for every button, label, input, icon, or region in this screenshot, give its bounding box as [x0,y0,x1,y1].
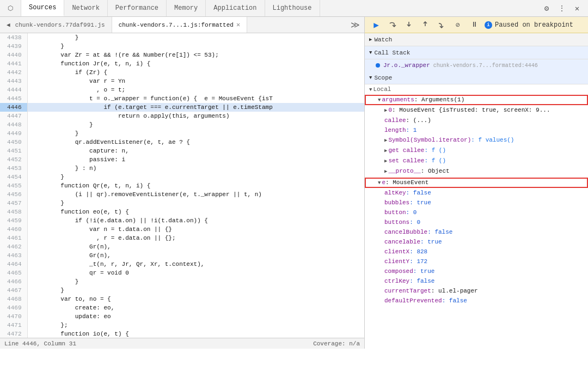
callstack-header[interactable]: Call Stack [365,46,588,59]
code-line-4470[interactable]: 4470 update: eo [0,312,364,321]
code-line-4446[interactable]: 4446 if (e.target === e.currentTarget ||… [0,103,364,112]
code-text: Gr(n), [27,242,364,251]
code-text: , o = t; [27,86,364,94]
scope-clientx[interactable]: clientX : 828 [365,247,588,257]
code-text: } [27,129,364,138]
step-out-btn[interactable] [419,19,431,31]
code-line-4448[interactable]: 4448 } [0,120,364,129]
code-line-4461[interactable]: 4461 , r = e.data.on || {}; [0,234,364,242]
close-devtools-icon[interactable]: ✕ [572,3,583,14]
scope-set-callee[interactable]: ▶ set callee : f () [365,156,588,166]
scope-cancelable[interactable]: cancelable : true [365,237,588,247]
file-tab-2[interactable]: chunk-vendors.7...1.js:formatted ✕ [112,17,247,33]
code-line-4463[interactable]: 4463 Gr(n), [0,251,364,260]
code-line-4459[interactable]: 4459 if (!i(e.data.on) || !i(t.data.on))… [0,216,364,225]
pause-btn[interactable]: ⏸ [468,19,480,31]
line-number: 4438 [0,33,27,42]
code-line-4449[interactable]: 4449 } [0,129,364,138]
code-line-4451[interactable]: 4451 capture: n, [0,147,364,155]
code-text: create: eo, [27,303,364,312]
line-number: 4453 [0,164,27,173]
scope-length[interactable]: length : 1 [365,125,588,135]
code-line-4450[interactable]: 4450 qr.addEventListener(e, t, ae ? { [0,138,364,147]
code-line-4439[interactable]: 4439 } [0,42,364,51]
code-line-4442[interactable]: 4442 if (Zr) { [0,68,364,77]
scope-get-callee[interactable]: ▶ get callee : f () [365,145,588,156]
scope-header[interactable]: Scope [365,71,588,84]
settings-icon[interactable]: ⚙ [541,3,552,14]
tab-nav-icon[interactable]: ≫ [346,20,364,31]
code-panel: ◀ chunk-vendors.77daf991.js chunk-vendor… [0,17,365,349]
scope-ctrlkey[interactable]: ctrlKey : false [365,276,588,286]
code-line-4464[interactable]: 4464 _t(n, r, Jr, Qr, Xr, t.context), [0,260,364,269]
code-line-4467[interactable]: 4467 } [0,286,364,295]
line-number: 4459 [0,216,27,225]
code-line-4455[interactable]: 4455 function Qr(e, t, n, i) { [0,181,364,190]
scope-button[interactable]: button : 0 [365,208,588,217]
scope-default-prevented[interactable]: defaultPrevented : false [365,296,588,306]
scope-buttons[interactable]: buttons : 0 [365,217,588,227]
line-number: 4443 [0,77,27,86]
code-line-4452[interactable]: 4452 passive: i [0,155,364,164]
code-text: function io(e, t) { [27,330,364,338]
code-line-4460[interactable]: 4460 var n = t.data.on || {} [0,225,364,234]
tab-sources[interactable]: Sources [21,0,64,16]
tab-lighthouse[interactable]: Lighthouse [265,0,320,16]
local-header[interactable]: ▼ Local [365,84,588,95]
code-line-4465[interactable]: 4465 qr = void 0 [0,269,364,277]
right-panel: ▶ ⊘ ⏸ i Paused on breakpoint Watch [365,17,588,349]
code-line-4438[interactable]: 4438 } [0,33,364,42]
scope-arguments[interactable]: ▼ arguments : Arguments(1) [365,95,588,105]
code-content[interactable]: 4438 }4439 }4440 var Zr = at && !(re && … [0,33,364,338]
code-line-4458[interactable]: 4458 function eo(e, t) { [0,208,364,216]
watch-header[interactable]: Watch [365,33,588,46]
code-line-4444[interactable]: 4444 , o = t; [0,86,364,94]
code-line-4471[interactable]: 4471 }; [0,321,364,330]
file-tabs: ◀ chunk-vendors.77daf991.js chunk-vendor… [0,17,364,33]
code-table: 4438 }4439 }4440 var Zr = at && !(re && … [0,33,364,338]
file-tab-1[interactable]: ◀ chunk-vendors.77daf991.js [0,17,112,33]
code-line-4445[interactable]: 4445 t = o._wrapper = function(e) { e = … [0,94,364,103]
code-line-4440[interactable]: 4440 var Zr = at && !(re && Number(re[1]… [0,51,364,59]
scope-bubbles[interactable]: bubbles : true [365,198,588,208]
scope-current-target[interactable]: currentTarget : ul.el-pager [365,286,588,296]
step-over-btn[interactable] [387,19,399,31]
scope-symbol-iterator[interactable]: ▶ Symbol(Symbol.iterator) : f values() [365,135,588,145]
code-line-4469[interactable]: 4469 create: eo, [0,303,364,312]
tab-elements[interactable]: ⬡ [0,0,21,16]
code-line-4453[interactable]: 4453 } : n) [0,164,364,173]
step-btn[interactable] [436,19,448,31]
close-tab-icon[interactable]: ✕ [236,22,240,28]
code-line-4441[interactable]: 4441 function Jr(e, t, n, i) { [0,59,364,68]
line-number: 4464 [0,260,27,269]
line-number: 4449 [0,129,27,138]
tab-performance[interactable]: Performance [108,0,167,16]
code-line-4447[interactable]: 4447 return o.apply(this, arguments) [0,112,364,120]
tab-memory[interactable]: Memory [167,0,206,16]
resume-btn[interactable]: ▶ [370,19,382,31]
code-line-4462[interactable]: 4462 Gr(n), [0,242,364,251]
line-number: 4450 [0,138,27,147]
code-line-4456[interactable]: 4456 (i || qr).removeEventListener(e, t.… [0,190,364,199]
code-text: (i || qr).removeEventListener(e, t._wrap… [27,190,364,199]
scope-e[interactable]: ▼ e : MouseEvent [365,178,588,188]
deactivate-btn[interactable]: ⊘ [452,19,464,31]
step-into-btn[interactable] [403,19,415,31]
code-line-4457[interactable]: 4457 } [0,199,364,208]
code-line-4454[interactable]: 4454 } [0,173,364,181]
scope-cancel-bubble[interactable]: cancelBubble : false [365,227,588,237]
tab-application[interactable]: Application [206,0,265,16]
scope-arg0[interactable]: ▶ 0 : MouseEvent {isTrusted: true, scree… [365,105,588,115]
callstack-item-0[interactable]: Jr.o._wrapper chunk-vendors.7...formatte… [365,59,588,71]
scope-altkey[interactable]: altKey : false [365,188,588,198]
scope-callee[interactable]: callee : (...) [365,115,588,125]
code-line-4472[interactable]: 4472 function io(e, t) { [0,330,364,338]
scope-clienty[interactable]: clientY : 172 [365,257,588,266]
code-line-4466[interactable]: 4466 } [0,277,364,286]
code-line-4468[interactable]: 4468 var to, no = { [0,295,364,303]
scope-composed[interactable]: composed : true [365,266,588,276]
code-line-4443[interactable]: 4443 var r = Yn [0,77,364,86]
more-icon[interactable]: ⋮ [556,3,567,14]
tab-network[interactable]: Network [64,0,107,16]
scope-proto-args[interactable]: ▶ __proto__ : Object [365,166,588,177]
